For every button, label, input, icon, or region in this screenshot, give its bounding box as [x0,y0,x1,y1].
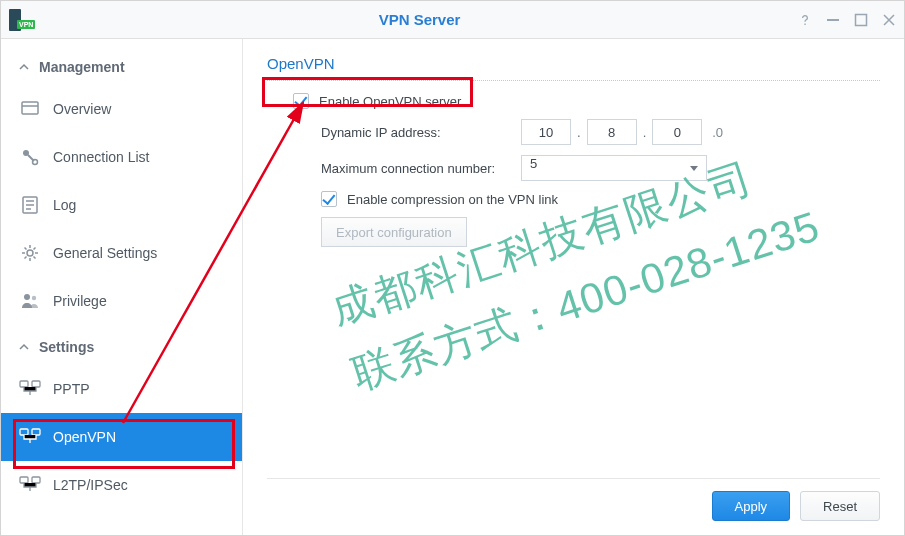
dynamic-ip-label: Dynamic IP address: [321,125,521,140]
privilege-icon [19,290,41,312]
close-icon[interactable] [882,13,896,27]
log-icon [19,194,41,216]
sidebar-item-connection-list[interactable]: Connection List [1,133,242,181]
svg-rect-0 [827,19,839,21]
sidebar-item-log[interactable]: Log [1,181,242,229]
select-value: 5 [530,156,537,171]
overview-icon [19,98,41,120]
enable-label: Enable OpenVPN server [319,94,461,109]
ip-octet-2[interactable] [587,119,637,145]
enable-row: Enable OpenVPN server [267,93,880,109]
sidebar-item-label: Overview [53,101,111,117]
sidebar-item-label: Privilege [53,293,107,309]
max-conn-select[interactable]: 5 [521,155,707,181]
svg-rect-2 [22,102,38,114]
svg-rect-11 [20,429,28,435]
connection-icon [19,146,41,168]
network-icon [19,378,41,400]
chevron-up-icon [19,342,29,352]
compression-row: Enable compression on the VPN link [267,191,880,207]
svg-rect-9 [20,381,28,387]
chevron-up-icon [19,62,29,72]
section-label: Management [39,59,125,75]
ip-octet-3[interactable] [652,119,702,145]
app-icon: VPN [9,8,33,32]
main-panel: OpenVPN Enable OpenVPN server Dynamic IP… [243,39,904,535]
svg-point-4 [33,160,38,165]
sidebar-item-pptp[interactable]: PPTP [1,365,242,413]
dynamic-ip-row: Dynamic IP address: . . .0 [267,119,880,145]
sidebar-item-label: General Settings [53,245,157,261]
max-conn-label: Maximum connection number: [321,161,521,176]
svg-point-6 [27,250,33,256]
window-title: VPN Server [41,11,798,28]
footer: Apply Reset [267,478,880,535]
sidebar-item-label: Log [53,197,76,213]
panel-title: OpenVPN [267,55,880,81]
ip-separator: . [577,125,581,140]
svg-point-7 [24,294,30,300]
sidebar-item-privilege[interactable]: Privilege [1,277,242,325]
compression-checkbox[interactable] [321,191,337,207]
svg-rect-14 [32,477,40,483]
help-icon[interactable] [798,13,812,27]
sidebar-item-label: PPTP [53,381,90,397]
sidebar-item-general-settings[interactable]: General Settings [1,229,242,277]
svg-rect-13 [20,477,28,483]
ip-octet-1[interactable] [521,119,571,145]
chevron-down-icon [690,166,698,171]
sidebar-item-l2tp[interactable]: L2TP/IPSec [1,461,242,509]
gear-icon [19,242,41,264]
section-management[interactable]: Management [1,45,242,85]
ip-fixed-suffix: .0 [708,125,723,140]
enable-checkbox[interactable] [293,93,309,109]
sidebar-item-label: Connection List [53,149,150,165]
sidebar-item-overview[interactable]: Overview [1,85,242,133]
svg-rect-10 [32,381,40,387]
minimize-icon[interactable] [826,13,840,27]
ip-separator: . [643,125,647,140]
network-icon [19,474,41,496]
svg-point-8 [32,296,36,300]
export-row: Export configuration [267,217,880,247]
svg-rect-1 [856,14,867,25]
titlebar: VPN VPN Server [1,1,904,39]
compression-label: Enable compression on the VPN link [347,192,558,207]
maximize-icon[interactable] [854,13,868,27]
reset-button[interactable]: Reset [800,491,880,521]
sidebar-item-label: L2TP/IPSec [53,477,128,493]
network-icon [19,426,41,448]
apply-button[interactable]: Apply [712,491,791,521]
section-label: Settings [39,339,94,355]
export-button[interactable]: Export configuration [321,217,467,247]
max-conn-row: Maximum connection number: 5 [267,155,880,181]
sidebar: Management Overview Connection List Log … [1,39,243,535]
sidebar-item-openvpn[interactable]: OpenVPN [1,413,242,461]
sidebar-item-label: OpenVPN [53,429,116,445]
svg-rect-12 [32,429,40,435]
section-settings[interactable]: Settings [1,325,242,365]
